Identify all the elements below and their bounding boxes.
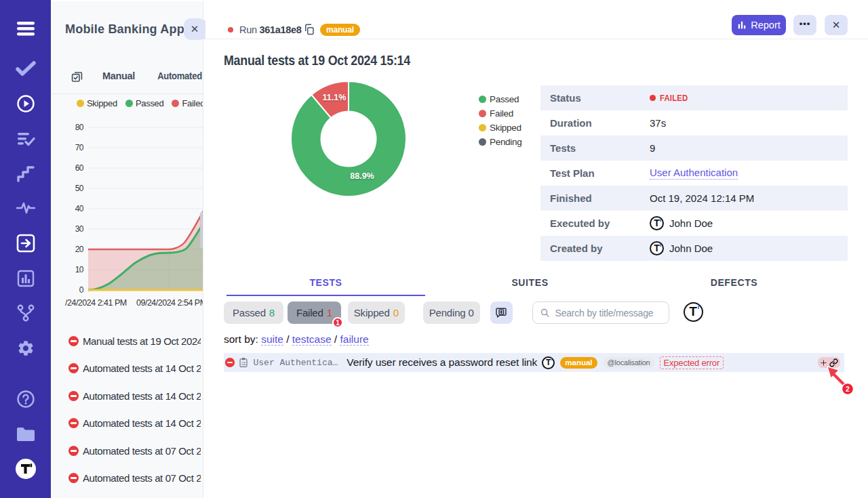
svg-text:88.9%: 88.9% [350, 171, 374, 181]
svg-text:11.1%: 11.1% [323, 93, 347, 102]
svg-text:2: 2 [846, 385, 850, 393]
